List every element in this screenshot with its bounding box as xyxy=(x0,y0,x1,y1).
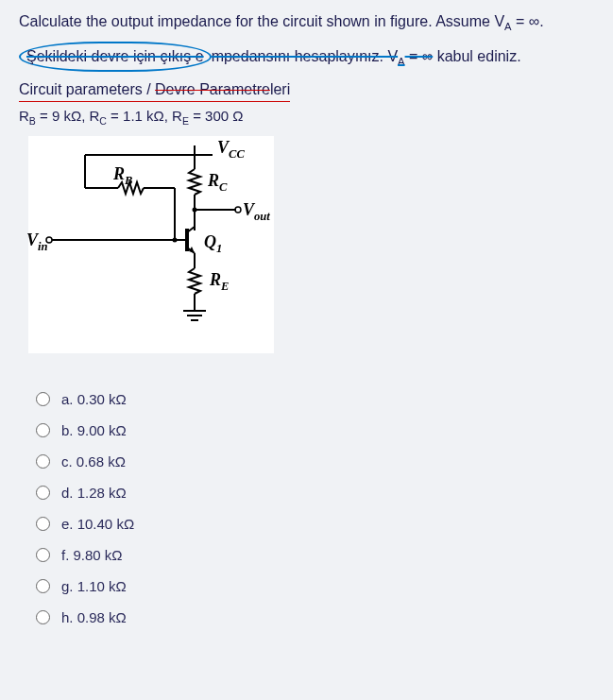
option-a-label: a. 0.30 kΩ xyxy=(61,391,127,407)
radio-icon[interactable] xyxy=(36,610,50,624)
label-rb: RB xyxy=(113,164,132,188)
option-f-label: f. 9.80 kΩ xyxy=(61,547,123,563)
q-line3-a: Circuit parameters / xyxy=(19,81,155,97)
label-rc: RC xyxy=(208,171,227,195)
option-c[interactable]: c. 0.68 kΩ xyxy=(36,453,594,470)
question-line-3: Circuit parameters / Devre Parametreleri xyxy=(19,77,594,103)
option-a[interactable]: a. 0.30 kΩ xyxy=(36,391,594,407)
label-vcc: VCC xyxy=(217,138,245,162)
option-c-label: c. 0.68 kΩ xyxy=(61,453,126,470)
option-b[interactable]: b. 9.00 kΩ xyxy=(36,422,594,438)
q-line2-b: mpedansını hesaplayınız. V xyxy=(212,48,398,64)
q-line2-a: Şekildeki devre için çıkış e xyxy=(26,48,204,64)
q-line2-d: kabul ediniz. xyxy=(433,48,520,64)
option-d-label: d. 1.28 kΩ xyxy=(61,485,127,501)
q-line2-c: = ∞ xyxy=(405,48,434,64)
p-b: = 9 kΩ, R xyxy=(36,108,100,124)
p-c: = 1.1 kΩ, R xyxy=(107,108,182,124)
radio-icon[interactable] xyxy=(36,517,50,531)
q-line2-sub: A xyxy=(398,56,404,67)
label-q1: Q1 xyxy=(204,232,222,256)
label-vin: Vin xyxy=(26,230,48,254)
radio-icon[interactable] xyxy=(36,454,50,469)
label-re: RE xyxy=(210,270,229,294)
question-line-1: Calculate the output impedance for the c… xyxy=(19,9,594,36)
option-e[interactable]: e. 10.40 kΩ xyxy=(36,516,594,532)
radio-icon[interactable] xyxy=(36,486,50,500)
parameters-line: RB = 9 kΩ, RC = 1.1 kΩ, RE = 300 Ω xyxy=(19,108,594,127)
q-line1-a: Calculate the output impedance for the c… xyxy=(19,13,504,29)
p-sc: C xyxy=(99,115,107,127)
q-line3-b: Devre Parametre xyxy=(155,81,270,97)
circuit-diagram: VCC RB RC Vout Vin Q1 RE xyxy=(28,136,274,353)
option-d[interactable]: d. 1.28 kΩ xyxy=(36,485,594,501)
p-se: E xyxy=(182,115,189,127)
radio-icon[interactable] xyxy=(36,423,50,437)
q-line1-b: = ∞. xyxy=(512,13,544,29)
p-sb: B xyxy=(29,115,36,127)
option-f[interactable]: f. 9.80 kΩ xyxy=(36,547,594,563)
radio-icon[interactable] xyxy=(36,392,50,406)
q-line1-sub: A xyxy=(504,21,511,32)
option-g-label: g. 1.10 kΩ xyxy=(61,578,127,594)
radio-icon[interactable] xyxy=(36,579,50,593)
option-b-label: b. 9.00 kΩ xyxy=(61,422,127,438)
option-e-label: e. 10.40 kΩ xyxy=(61,516,134,532)
q-line3-c: leri xyxy=(270,81,290,97)
question-line-2: Şekildeki devre için çıkış empedansını h… xyxy=(19,42,594,72)
p-d: = 300 Ω xyxy=(189,108,244,124)
option-g[interactable]: g. 1.10 kΩ xyxy=(36,578,594,594)
radio-icon[interactable] xyxy=(36,548,50,562)
label-vout: Vout xyxy=(243,200,270,224)
option-h-label: h. 0.98 kΩ xyxy=(61,609,127,625)
option-h[interactable]: h. 0.98 kΩ xyxy=(36,609,594,625)
p-a: R xyxy=(19,108,29,124)
options-list: a. 0.30 kΩ b. 9.00 kΩ c. 0.68 kΩ d. 1.28… xyxy=(36,391,594,625)
